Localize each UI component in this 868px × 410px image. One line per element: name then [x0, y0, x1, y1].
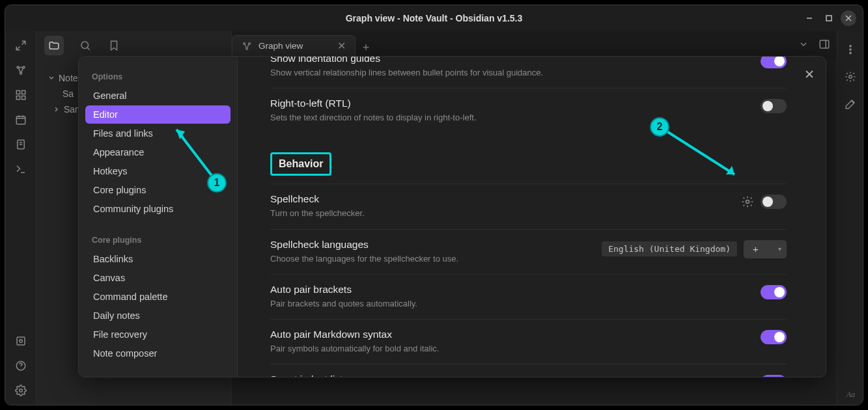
help-icon[interactable]: [14, 359, 27, 372]
toggle-rtl[interactable]: [761, 99, 787, 113]
sidebar-item-core-plugins[interactable]: Core plugins: [85, 181, 231, 199]
files-tab-icon[interactable]: [44, 36, 64, 55]
sidebar-item-command-palette[interactable]: Command palette: [85, 288, 231, 306]
setting-desc: Show vertical relationship lines between…: [270, 67, 748, 79]
svg-point-17: [81, 42, 89, 49]
settings-sidebar: Options General Editor Files and links A…: [79, 57, 238, 377]
svg-rect-11: [16, 116, 25, 124]
setting-auto-pair-markdown: Auto pair Markdown syntax Pair symbols a…: [270, 319, 787, 364]
sidebar-item-editor[interactable]: Editor: [85, 105, 231, 124]
close-window-button[interactable]: [841, 10, 856, 26]
status-text-mode: AAaa: [847, 390, 855, 400]
svg-point-24: [849, 52, 850, 53]
setting-title: Show indentation guides: [270, 57, 748, 64]
minimize-button[interactable]: [802, 10, 817, 26]
quick-switcher-icon[interactable]: [14, 39, 27, 52]
add-language-button[interactable]: + ▾: [744, 240, 787, 258]
setting-desc: Pair brackets and quotes automatically.: [270, 298, 748, 310]
sidebar-item-canvas[interactable]: Canvas: [85, 269, 231, 287]
svg-point-20: [246, 48, 248, 49]
window-title: Graph view - Note Vault - Obsidian v1.5.…: [346, 13, 523, 23]
svg-point-14: [19, 340, 22, 343]
svg-point-28: [746, 200, 749, 204]
settings-content: Show indentation guides Show vertical re…: [238, 57, 826, 377]
setting-rtl: Right-to-left (RTL) Sets the text direct…: [270, 88, 787, 133]
svg-rect-7: [16, 90, 20, 94]
settings-modal: Options General Editor Files and links A…: [78, 56, 826, 377]
modal-close-button[interactable]: [801, 66, 818, 83]
right-ribbon: [837, 31, 863, 405]
sidebar-item-backlinks[interactable]: Backlinks: [85, 250, 231, 268]
settings-gear-icon[interactable]: [844, 70, 857, 83]
plus-icon: +: [744, 243, 768, 254]
svg-point-25: [848, 75, 852, 79]
toggle-auto-pair-brackets[interactable]: [761, 285, 787, 299]
command-palette-icon[interactable]: [14, 163, 27, 176]
app-window: Graph view - Note Vault - Obsidian v1.5.…: [5, 5, 863, 405]
sidebar-item-appearance[interactable]: Appearance: [85, 143, 231, 161]
search-tab-icon[interactable]: [78, 38, 92, 53]
tab-close-icon[interactable]: ✕: [337, 40, 346, 52]
sidebar-item-hotkeys[interactable]: Hotkeys: [85, 162, 231, 180]
tab-dropdown-icon[interactable]: [799, 40, 808, 51]
svg-point-16: [19, 389, 22, 392]
language-pill[interactable]: English (United Kingdom): [602, 241, 737, 256]
spellcheck-settings-icon[interactable]: [741, 195, 754, 208]
sidebar-item-files-links[interactable]: Files and links: [85, 124, 231, 143]
setting-title: Auto pair Markdown syntax: [270, 329, 748, 340]
svg-rect-21: [820, 40, 829, 48]
tab-graph-view[interactable]: Graph view ✕: [232, 35, 356, 56]
toggle-auto-pair-markdown[interactable]: [761, 330, 787, 344]
setting-title: Spellcheck: [270, 193, 728, 205]
svg-rect-8: [21, 90, 25, 94]
sidebar-toggle-icon[interactable]: [819, 38, 830, 53]
vault-icon[interactable]: [14, 335, 27, 348]
svg-point-6: [20, 72, 21, 74]
setting-indentation-guides: Show indentation guides Show vertical re…: [270, 57, 787, 88]
tab-title: Graph view: [259, 41, 303, 51]
toggle-smart-indent[interactable]: [761, 375, 787, 377]
settings-icon[interactable]: [14, 384, 27, 397]
more-icon[interactable]: [844, 43, 857, 56]
setting-title: Smart indent lists: [270, 374, 748, 377]
tree-label: Note: [59, 73, 78, 83]
graph-view-icon[interactable]: [14, 64, 27, 77]
settings-scroll[interactable]: Show indentation guides Show vertical re…: [238, 57, 826, 377]
graph-icon: [242, 41, 252, 51]
sidebar-heading-options: Options: [85, 68, 231, 87]
setting-desc: Sets the text direction of notes to disp…: [270, 112, 748, 124]
setting-title: Auto pair brackets: [270, 284, 748, 295]
setting-title: Right-to-left (RTL): [270, 98, 748, 109]
sidebar-item-general[interactable]: General: [85, 87, 231, 105]
sidebar-item-file-recovery[interactable]: File recovery: [85, 325, 231, 344]
sidebar-item-note-composer[interactable]: Note composer: [85, 344, 231, 362]
svg-rect-9: [16, 96, 20, 100]
svg-point-19: [249, 42, 251, 44]
setting-smart-indent: Smart indent lists Automatically set ind…: [270, 364, 787, 377]
sidebar-item-daily-notes[interactable]: Daily notes: [85, 307, 231, 325]
daily-note-icon[interactable]: [14, 113, 27, 126]
section-behavior: Behavior: [270, 133, 787, 184]
wand-icon[interactable]: [844, 98, 857, 111]
toggle-spellcheck[interactable]: [761, 195, 787, 209]
svg-point-23: [849, 49, 850, 50]
maximize-button[interactable]: [821, 10, 837, 26]
setting-desc: Choose the languages for the spellchecke…: [270, 253, 589, 265]
svg-rect-13: [17, 337, 25, 345]
toggle-indentation-guides[interactable]: [761, 57, 787, 68]
templates-icon[interactable]: [14, 138, 27, 151]
caret-down-icon: ▾: [778, 245, 781, 253]
left-ribbon: [5, 31, 36, 405]
sidebar-item-community-plugins[interactable]: Community plugins: [85, 200, 231, 218]
setting-spellcheck: Spellcheck Turn on the spellchecker.: [270, 184, 787, 228]
bookmarks-tab-icon[interactable]: [107, 38, 121, 53]
svg-point-5: [23, 66, 25, 68]
setting-desc: Pair symbols automatically for bold and …: [270, 343, 748, 355]
svg-rect-10: [21, 96, 25, 100]
svg-point-4: [17, 66, 19, 68]
setting-desc: Turn on the spellchecker.: [270, 208, 728, 219]
setting-auto-pair-brackets: Auto pair brackets Pair brackets and quo…: [270, 274, 787, 319]
setting-title: Spellcheck languages: [270, 239, 589, 251]
canvas-icon[interactable]: [14, 89, 27, 102]
setting-spellcheck-languages: Spellcheck languages Choose the language…: [270, 229, 787, 274]
